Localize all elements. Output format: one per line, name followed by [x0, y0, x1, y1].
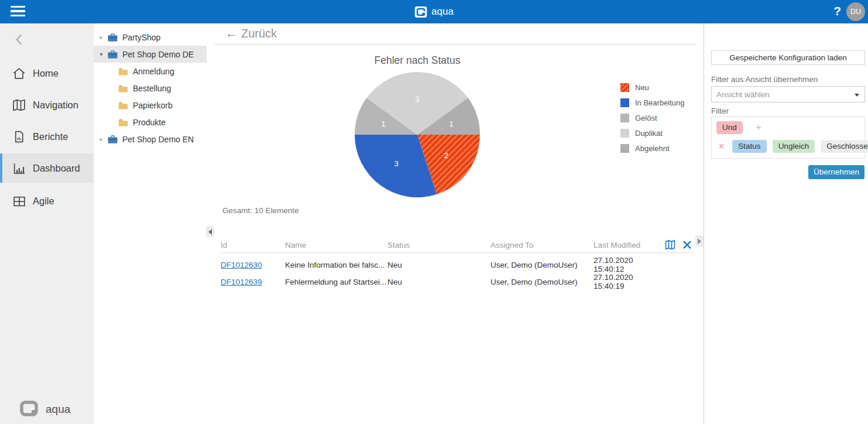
collapse-left-handle[interactable]: [206, 226, 214, 237]
condition-value-chip[interactable]: Geschlossen: [821, 140, 868, 153]
tree-node-folder[interactable]: Anmeldung: [94, 63, 207, 80]
pie-slice-value: 1: [381, 119, 386, 128]
status-cell: Neu: [387, 278, 490, 286]
brand-name: aqua: [431, 6, 454, 18]
folder-icon: [117, 66, 129, 77]
pie-slice-value: 1: [449, 119, 454, 128]
column-header-id[interactable]: Id: [221, 241, 285, 249]
app-logo: aqua: [414, 0, 454, 23]
main-content: ← Zurück Fehler nach Status 23131 NeuIn …: [210, 23, 704, 424]
pie-chart[interactable]: 23131: [350, 67, 485, 202]
tree-node-folder[interactable]: Papierkorb: [94, 97, 207, 114]
assigned-to-cell: User, Demo (DemoUser): [490, 278, 593, 286]
chart-title: Fehler nach Status: [321, 54, 514, 67]
apply-button[interactable]: Übernehmen: [808, 165, 864, 179]
chart-legend: NeuIn BearbeitungGelöstDuplikatAbgelehnt: [620, 80, 685, 156]
sidebar-item-label: Agile: [33, 196, 54, 207]
tree-node-folder[interactable]: Produkte: [94, 114, 207, 131]
table-row: DF1012639Fehlermeldung auf Startsei...Ne…: [221, 273, 692, 290]
filter-label: Filter: [711, 107, 729, 115]
pie-slice-value: 2: [444, 151, 449, 160]
grid-icon: [12, 194, 26, 208]
column-header-name[interactable]: Name: [285, 241, 387, 249]
legend-item-abgelehnt[interactable]: Abgelehnt: [620, 141, 685, 156]
sidebar-item-label: Navigation: [33, 100, 78, 111]
defect-id-link[interactable]: DF1012630: [221, 261, 262, 269]
tree-node-label: PartyShop: [122, 33, 160, 42]
tree-node-label: Pet Shop Demo EN: [122, 135, 194, 144]
folder-icon: [117, 100, 129, 111]
add-condition-icon[interactable]: +: [756, 122, 762, 134]
tree-node-project[interactable]: ▾Pet Shop Demo DE: [94, 46, 207, 63]
tree-node-project[interactable]: ▸Pet Shop Demo EN: [94, 131, 207, 148]
legend-label: Duplikat: [635, 129, 663, 138]
status-cell: Neu: [387, 261, 490, 269]
legend-item-in-bearbeitung[interactable]: In Bearbeitung: [620, 95, 685, 110]
sidebar-item-label: Home: [33, 68, 59, 79]
tree-node-label: Anmeldung: [133, 67, 174, 76]
user-avatar[interactable]: DU: [846, 2, 865, 21]
sidebar-collapse-icon[interactable]: [12, 32, 27, 47]
back-arrow-icon: ←: [225, 26, 238, 40]
load-config-button[interactable]: Gespeicherte Konfiguration laden: [711, 50, 865, 65]
condition-field-chip[interactable]: Status: [732, 140, 766, 153]
filter-panel: Gespeicherte Konfiguration laden Filter …: [704, 23, 868, 424]
tree-node-folder[interactable]: Bestellung: [94, 80, 207, 97]
tree-node-project[interactable]: ▸PartyShop: [94, 29, 207, 46]
legend-color-chip: [620, 114, 629, 122]
sidebar-item-agile[interactable]: Agile: [0, 186, 94, 216]
pie-slice-value: 3: [394, 159, 399, 168]
legend-item-neu[interactable]: Neu: [620, 80, 685, 95]
chevron-down-icon: [855, 94, 859, 97]
name-cell: Fehlermeldung auf Startsei...: [285, 278, 387, 286]
expander-collapsed-icon[interactable]: ▸: [98, 136, 105, 142]
condition-operator-chip[interactable]: Ungleich: [773, 140, 815, 153]
sidebar-item-label: Dashboard: [33, 163, 80, 174]
tree-node-label: Bestellung: [133, 84, 171, 93]
filter-group-operator-chip[interactable]: Und: [716, 121, 743, 134]
column-header-last-modified[interactable]: Last Modified: [593, 241, 664, 249]
legend-label: In Bearbeitung: [635, 98, 685, 107]
legend-item-duplikat[interactable]: Duplikat: [620, 125, 685, 141]
top-bar: aqua ? DU: [0, 0, 868, 23]
folder-icon: [117, 83, 129, 94]
back-label: Zurück: [241, 27, 277, 40]
assigned-to-cell: User, Demo (DemoUser): [490, 261, 593, 269]
footer-brand-name: aqua: [46, 403, 70, 416]
aqua-footer-icon: [20, 401, 40, 418]
open-map-icon[interactable]: [664, 239, 677, 251]
legend-label: Gelöst: [635, 114, 657, 122]
last-modified-cell: 27.10.2020 15:40:19: [593, 273, 664, 290]
id-cell: DF1012630: [221, 261, 285, 269]
legend-color-chip: [620, 83, 629, 92]
collapse-right-handle[interactable]: [695, 235, 704, 247]
sidebar-item-label: Berichte: [33, 131, 68, 142]
map-icon: [12, 98, 26, 112]
legend-color-chip: [620, 98, 629, 107]
sidebar-item-dashboard[interactable]: Dashboard: [0, 153, 94, 183]
remove-condition-icon[interactable]: ×: [719, 141, 724, 152]
column-header-status[interactable]: Status: [387, 241, 490, 249]
expander-expanded-icon[interactable]: ▾: [98, 51, 105, 57]
home-icon: [12, 66, 26, 81]
defect-id-link[interactable]: DF1012639: [221, 278, 262, 286]
project-icon: [107, 32, 119, 43]
close-icon[interactable]: [681, 239, 694, 251]
back-button[interactable]: ← Zurück: [214, 23, 697, 45]
legend-color-chip: [620, 129, 629, 138]
help-icon[interactable]: ?: [833, 4, 841, 18]
column-header-assigned-to[interactable]: Assigned To: [490, 241, 593, 249]
sidebar-item-home[interactable]: Home: [0, 59, 94, 88]
sidebar-item-navigation[interactable]: Navigation: [0, 90, 94, 119]
project-tree: ▸PartyShop▾Pet Shop Demo DEAnmeldungBest…: [94, 23, 210, 424]
filter-builder: Und + × Status Ungleich Geschlossen: [711, 117, 865, 159]
legend-item-gelöst[interactable]: Gelöst: [620, 110, 685, 125]
name-cell: Keine Information bei falsc...: [285, 261, 387, 269]
table-row: DF1012630Keine Information bei falsc...N…: [221, 256, 692, 273]
menu-icon[interactable]: [11, 6, 26, 18]
view-select-placeholder: Ansicht wählen: [716, 90, 770, 99]
folder-icon: [117, 117, 129, 128]
expander-collapsed-icon[interactable]: ▸: [98, 34, 105, 40]
view-select[interactable]: Ansicht wählen: [711, 86, 865, 102]
sidebar-item-berichte[interactable]: Berichte: [0, 122, 94, 151]
